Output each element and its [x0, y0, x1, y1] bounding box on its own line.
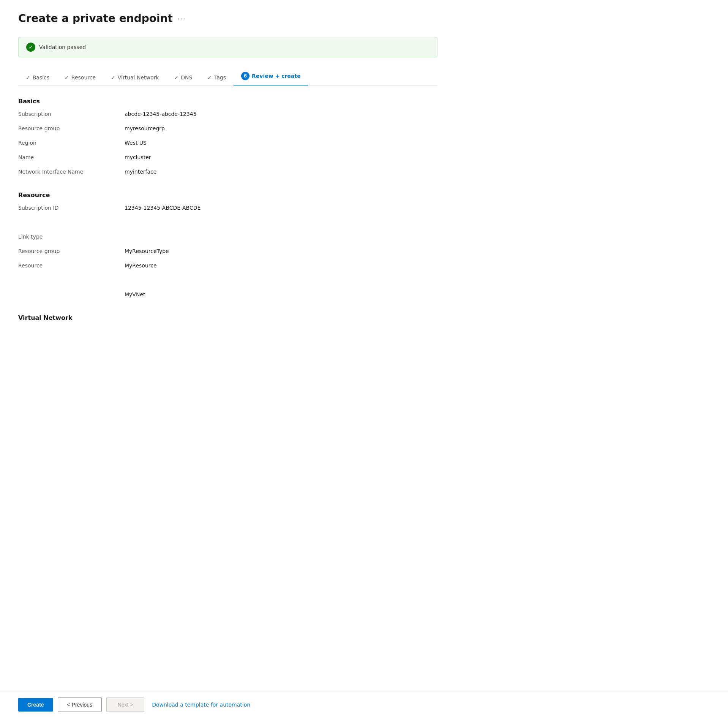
field-label-link-type: Link type	[18, 234, 125, 240]
tab-dns[interactable]: ✓ DNS	[166, 71, 200, 85]
tab-label-basics: Basics	[33, 74, 49, 81]
tab-check-virtual-network: ✓	[111, 74, 115, 81]
field-link-type: Link type	[18, 234, 437, 244]
resource-section-header: Resource	[18, 191, 437, 199]
tab-virtual-network[interactable]: ✓ Virtual Network	[103, 71, 166, 85]
tab-label-dns: DNS	[181, 74, 192, 81]
tab-check-basics: ✓	[26, 74, 30, 81]
field-spacer-2	[18, 277, 437, 288]
tab-basics[interactable]: ✓ Basics	[18, 71, 57, 85]
field-label-subscription-id: Subscription ID	[18, 205, 125, 211]
basics-section-header: Basics	[18, 98, 437, 105]
field-value-subscription-id: 12345-12345-ABCDE-ABCDE	[125, 205, 201, 211]
field-label-network-interface-name: Network Interface Name	[18, 169, 125, 175]
tab-review-create[interactable]: 6 Review + create	[234, 68, 308, 85]
field-value-resource: MyResource	[125, 263, 157, 269]
tabs-row: ✓ Basics ✓ Resource ✓ Virtual Network ✓ …	[18, 68, 437, 85]
tab-label-review-create: Review + create	[252, 73, 300, 79]
field-label-region: Region	[18, 140, 125, 146]
field-resource-group: Resource group myresourcegrp	[18, 125, 437, 136]
bottom-bar: Create < Previous Next > Download a temp…	[0, 691, 728, 718]
page-title: Create a private endpoint	[18, 12, 173, 25]
virtual-network-section-header: Virtual Network	[18, 314, 437, 321]
field-value-subscription: abcde-12345-abcde-12345	[125, 111, 197, 117]
field-value-myvnet: MyVNet	[125, 291, 145, 297]
field-network-interface-name: Network Interface Name myinterface	[18, 169, 437, 179]
validation-check-icon	[26, 43, 35, 52]
basics-section: Basics Subscription abcde-12345-abcde-12…	[18, 98, 437, 179]
field-region: Region West US	[18, 140, 437, 150]
ellipsis-menu-button[interactable]: ···	[177, 14, 186, 23]
tab-badge-review-create: 6	[241, 72, 250, 80]
field-label-resource: Resource	[18, 263, 125, 269]
field-spacer-1	[18, 219, 437, 230]
field-resource: Resource MyResource	[18, 263, 437, 273]
field-value-resource-group: myresourcegrp	[125, 125, 165, 131]
field-name: Name mycluster	[18, 154, 437, 165]
tab-resource[interactable]: ✓ Resource	[57, 71, 103, 85]
next-button: Next >	[106, 697, 144, 712]
tab-label-virtual-network: Virtual Network	[118, 74, 159, 81]
tab-label-resource: Resource	[71, 74, 96, 81]
resource-section: Resource Subscription ID 12345-12345-ABC…	[18, 191, 437, 302]
validation-text: Validation passed	[39, 44, 86, 50]
tab-check-resource: ✓	[65, 74, 69, 81]
field-label-name: Name	[18, 154, 125, 160]
tab-check-dns: ✓	[174, 74, 178, 81]
tab-label-tags: Tags	[214, 74, 226, 81]
virtual-network-section: Virtual Network	[18, 314, 437, 321]
download-template-link[interactable]: Download a template for automation	[152, 702, 250, 708]
validation-banner: Validation passed	[18, 37, 437, 57]
field-subscription-id: Subscription ID 12345-12345-ABCDE-ABCDE	[18, 205, 437, 215]
previous-button[interactable]: < Previous	[58, 697, 102, 712]
field-label-resource-group-type: Resource group	[18, 248, 125, 254]
tab-check-tags: ✓	[207, 74, 212, 81]
field-value-network-interface-name: myinterface	[125, 169, 156, 175]
field-label-resource-group: Resource group	[18, 125, 125, 131]
field-myvnet: MyVNet	[18, 291, 437, 302]
field-value-resource-group-type: MyResourceType	[125, 248, 169, 254]
create-button[interactable]: Create	[18, 698, 53, 712]
field-label-subscription: Subscription	[18, 111, 125, 117]
field-subscription: Subscription abcde-12345-abcde-12345	[18, 111, 437, 122]
tab-tags[interactable]: ✓ Tags	[200, 71, 234, 85]
field-value-region: West US	[125, 140, 147, 146]
field-resource-group-type: Resource group MyResourceType	[18, 248, 437, 259]
field-value-name: mycluster	[125, 154, 151, 160]
